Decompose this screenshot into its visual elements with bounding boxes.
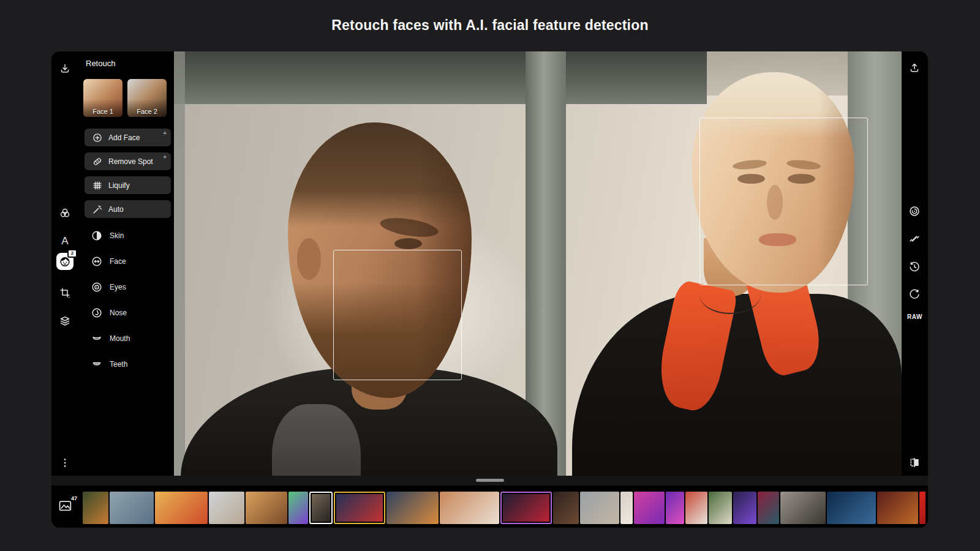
feature-mouth-label: Mouth: [110, 334, 130, 343]
filmstrip-thumb-couple-portrait-selected[interactable]: [309, 492, 333, 524]
feature-skin-label: Skin: [110, 231, 124, 240]
face-retouch-tool-button-active[interactable]: 2: [56, 253, 74, 270]
more-options-button[interactable]: [54, 452, 76, 474]
download-button[interactable]: [54, 58, 76, 80]
detected-faces: Face 1 Face 2: [83, 79, 167, 117]
filmstrip-thumb-neon-street[interactable]: [334, 492, 385, 524]
filmstrip-thumbs[interactable]: [83, 492, 925, 524]
filmstrip-thumb-street-fashion[interactable]: [685, 492, 707, 524]
eyes-icon: [91, 281, 103, 293]
page: Retouch faces with A.I. facial feature d…: [0, 0, 980, 551]
filmstrip-thumb-balloons-pale-sky[interactable]: [209, 492, 244, 524]
mouth-icon: [91, 332, 103, 345]
skin-icon: [91, 230, 103, 242]
add-face-button[interactable]: Add Face +: [85, 129, 171, 146]
filmstrip-thumb-neon-red-dancer[interactable]: [758, 492, 779, 524]
filmstrip-thumb-red-clip[interactable]: [919, 492, 925, 524]
feature-nose[interactable]: Nose: [85, 300, 171, 326]
face-width-icon: [91, 255, 103, 268]
liquify-label: Liquify: [108, 181, 130, 190]
remove-spot-label: Remove Spot: [108, 157, 153, 166]
liquify-button[interactable]: Liquify: [85, 176, 171, 194]
crop-tool-button[interactable]: [54, 282, 76, 304]
adjustments-dial-button[interactable]: [903, 200, 925, 222]
add-face-plus: +: [163, 130, 167, 137]
add-circle-icon: [92, 132, 103, 143]
filmstrip-thumb-dark-mountain-road[interactable]: [553, 492, 579, 524]
brush-strikethrough-icon: [908, 233, 921, 245]
auto-button[interactable]: Auto: [85, 200, 171, 218]
feature-eyes-label: Eyes: [110, 283, 126, 291]
teeth-icon: [91, 358, 103, 370]
remove-spot-button[interactable]: Remove Spot +: [85, 152, 171, 170]
filters-tool-button[interactable]: [54, 202, 76, 224]
filmstrip-thumb-balloons-orange[interactable]: [155, 492, 208, 524]
page-title: Retouch faces with A.I. facial feature d…: [0, 17, 980, 34]
feature-eyes[interactable]: Eyes: [85, 274, 171, 300]
crop-icon: [59, 287, 71, 299]
feature-face-label: Face: [110, 257, 126, 266]
dial-icon: [908, 205, 921, 217]
auto-label: Auto: [108, 205, 124, 214]
feature-teeth[interactable]: Teeth: [85, 351, 171, 377]
filmstrip-thumb-psychedelic-swirl[interactable]: [288, 492, 308, 524]
photo-library-button[interactable]: 47: [58, 498, 78, 516]
filmstrip-thumb-halloween-pumpkin[interactable]: [877, 492, 918, 524]
filmstrip-thumb-forest-waterfall[interactable]: [83, 492, 108, 524]
app-window: A 2: [51, 51, 928, 528]
retouch-panel: Retouch Face 1 Face 2 Add Face +: [82, 51, 174, 476]
layers-icon: [59, 315, 71, 327]
filmstrip-thumb-kld-poster[interactable]: [666, 492, 684, 524]
filmstrip-resize-handle[interactable]: [476, 479, 504, 482]
subject-woman-jacket: [572, 294, 902, 476]
bandage-icon: [92, 156, 103, 167]
text-tool-button[interactable]: A: [54, 230, 76, 252]
feature-mouth[interactable]: Mouth: [85, 326, 171, 351]
layers-tool-button[interactable]: [54, 310, 76, 332]
face-2-thumbnail[interactable]: Face 2: [127, 79, 167, 117]
filmstrip-thumb-balloons-sunset[interactable]: [246, 492, 287, 524]
face-1-label: Face 1: [83, 108, 123, 115]
filmstrip-thumb-pink-glitch[interactable]: [634, 492, 665, 524]
filmstrip-thumb-night-waterfall[interactable]: [827, 492, 876, 524]
compare-split-icon: [908, 457, 921, 469]
text-icon: A: [59, 234, 71, 247]
svg-text:A: A: [61, 235, 69, 247]
history-button[interactable]: [903, 256, 925, 278]
panel-title: Retouch: [86, 59, 115, 68]
face-detection-box-1[interactable]: [333, 250, 462, 380]
filmstrip-thumb-coastal-dune-dusk[interactable]: [580, 492, 619, 524]
filmstrip-thumb-red-tower-night[interactable]: [500, 492, 552, 524]
feature-skin[interactable]: Skin: [85, 223, 171, 249]
vertical-dots-icon: [59, 457, 71, 469]
subject-man-eye: [394, 238, 422, 249]
filmstrip-thumb-desert-dunes[interactable]: [440, 492, 499, 524]
filmstrip-thumb-garden-portrait[interactable]: [709, 492, 732, 524]
photo-canvas[interactable]: [174, 51, 902, 476]
toggle-adjustments-button[interactable]: [903, 228, 925, 250]
left-toolbar: A 2: [51, 51, 82, 476]
filmstrip: 47: [51, 485, 928, 528]
face-1-thumbnail[interactable]: Face 1: [83, 79, 123, 117]
filmstrip-thumb-coastal-bay[interactable]: [110, 492, 154, 524]
revert-button[interactable]: [903, 283, 925, 305]
history-clock-icon: [908, 261, 921, 273]
filmstrip-thumb-neon-purple-man[interactable]: [733, 492, 756, 524]
feature-teeth-label: Teeth: [110, 360, 127, 369]
compare-before-after-button[interactable]: [903, 452, 925, 474]
share-export-icon: [908, 62, 921, 74]
filmstrip-thumb-city-skyline-dusk[interactable]: [386, 492, 439, 524]
filmstrip-thumb-bw-portrait[interactable]: [780, 492, 826, 524]
export-button[interactable]: [903, 57, 925, 79]
subject-man-ear: [297, 238, 321, 280]
face-2-label: Face 2: [127, 108, 167, 115]
feature-face[interactable]: Face: [85, 249, 171, 274]
face-detection-box-2[interactable]: [699, 118, 868, 285]
right-toolbar: RAW: [902, 51, 928, 476]
filmstrip-thumb-pale-dune[interactable]: [620, 492, 633, 524]
magic-wand-icon: [92, 204, 103, 215]
remove-spot-plus: +: [163, 154, 167, 160]
nose-icon: [91, 307, 103, 319]
canvas-filmstrip-divider: [51, 476, 928, 485]
revert-arrow-icon: [908, 288, 921, 301]
